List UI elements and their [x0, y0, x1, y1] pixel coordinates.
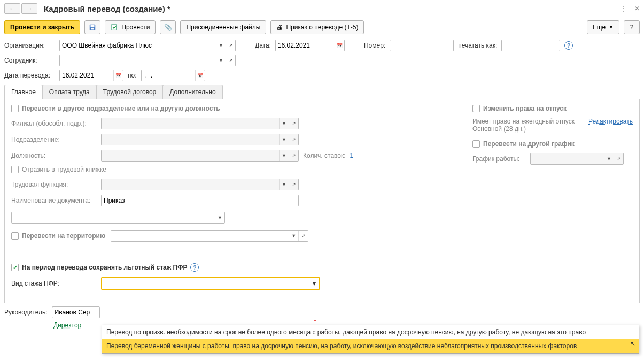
attach-button[interactable]: 📎 — [160, 20, 176, 34]
save-icon — [89, 24, 96, 31]
position-label: Должность: — [11, 152, 97, 159]
dropdown-icon: ▼ — [604, 153, 614, 164]
ellipsis-icon[interactable]: … — [289, 195, 298, 206]
checkbox-workbook[interactable] — [11, 166, 19, 173]
open-icon: ↗ — [289, 179, 298, 190]
manager-input[interactable] — [52, 307, 99, 318]
number-label: Номер: — [364, 42, 385, 49]
organization-label: Организация: — [4, 42, 55, 49]
checkbox-workbook-label: Отразить в трудовой книжке — [22, 166, 106, 173]
post-and-close-button[interactable]: Провести и закрыть — [4, 20, 80, 34]
stazh-dropdown[interactable]: Перевод по произв. необходимости на срок… — [102, 325, 639, 354]
svg-rect-2 — [91, 28, 94, 30]
attached-files-button[interactable]: Присоединенные файлы — [180, 20, 266, 34]
employee-input[interactable] — [60, 55, 216, 66]
svg-rect-3 — [112, 25, 117, 30]
help-icon[interactable]: ? — [190, 263, 199, 272]
extra-input[interactable] — [12, 212, 215, 223]
dropdown-icon: ▼ — [279, 134, 289, 145]
chevron-down-icon: ▼ — [609, 25, 614, 30]
calendar-icon[interactable]: 📅 — [113, 70, 123, 81]
organization-input[interactable] — [60, 40, 216, 51]
workfunc-label: Трудовая функция: — [11, 181, 97, 188]
stazh-label: Вид стажа ПФР: — [11, 280, 97, 287]
dropdown-icon: ▼ — [279, 118, 289, 129]
tab-additional[interactable]: Дополнительно — [162, 85, 222, 99]
schedule-label: График работы: — [472, 155, 526, 163]
help-button[interactable]: ? — [624, 20, 640, 34]
open-icon: ↗ — [289, 118, 298, 129]
nav-back-button[interactable]: ← — [4, 3, 20, 14]
dropdown-icon: ▼ — [289, 231, 298, 241]
print-as-label: печатать как: — [458, 42, 497, 49]
checkbox-schedule[interactable] — [472, 140, 480, 148]
docname-input[interactable] — [102, 195, 289, 206]
post-button[interactable]: Провести — [105, 20, 156, 34]
branch-label: Филиал (обособл. подр.): — [11, 120, 97, 127]
open-icon: ↗ — [614, 153, 623, 164]
help-icon[interactable]: ? — [564, 41, 573, 50]
checkbox-schedule-label: Перевести на другой график — [483, 140, 575, 148]
dropdown-icon[interactable]: ▾ — [309, 280, 319, 287]
manager-label: Руководитель: — [4, 309, 48, 316]
director-link[interactable]: Директор — [53, 321, 81, 329]
window-title: Кадровый перевод (создание) * — [44, 4, 620, 13]
dropdown-icon[interactable]: ▼ — [216, 40, 226, 51]
workfunc-input — [102, 179, 279, 190]
vacation-text: Имеет право на ежегодный отпуск Основной… — [472, 118, 583, 133]
tab-contract[interactable]: Трудовой договор — [96, 85, 163, 99]
checkbox-transfer-dept-label: Перевести в другое подразделение или на … — [22, 105, 220, 112]
paperclip-icon: 📎 — [164, 24, 172, 31]
checkbox-transfer-dept[interactable] — [11, 105, 19, 112]
print-as-input[interactable] — [502, 40, 560, 51]
stazh-input[interactable] — [102, 280, 309, 287]
kebab-icon[interactable]: ⋮ — [620, 5, 627, 12]
checkbox-pfr-label: На период перевода сохранять льготный ст… — [22, 264, 187, 271]
checkbox-vacation-label: Изменить права на отпуск — [483, 105, 567, 112]
dropdown-icon: ▼ — [279, 179, 289, 190]
printer-icon: 🖨 — [276, 24, 283, 31]
checkbox-territory[interactable] — [11, 232, 19, 240]
open-icon[interactable]: ↗ — [226, 40, 235, 51]
rates-link[interactable]: 1 — [350, 152, 354, 159]
to-date-input[interactable] — [142, 70, 195, 81]
department-label: Подразделение: — [11, 136, 97, 143]
tab-payment[interactable]: Оплата труда — [42, 85, 97, 99]
branch-input — [102, 118, 279, 129]
checkbox-pfr[interactable] — [11, 264, 19, 271]
post-icon — [111, 24, 118, 31]
checkbox-territory-label: Перевести на территорию — [22, 232, 105, 240]
calendar-icon[interactable]: 📅 — [195, 70, 205, 81]
close-icon[interactable]: ✕ — [634, 5, 640, 12]
dropdown-item-1[interactable]: Перевод по произв. необходимости на срок… — [102, 325, 639, 339]
transfer-date-label: Дата перевода: — [4, 72, 55, 79]
employee-label: Сотрудник: — [4, 57, 55, 64]
nav-forward-button[interactable]: → — [21, 3, 37, 14]
date-label: Дата: — [255, 42, 271, 49]
open-icon: ↗ — [289, 134, 298, 145]
number-input[interactable] — [390, 40, 453, 51]
calendar-icon[interactable]: 📅 — [335, 40, 344, 51]
date-input[interactable] — [276, 40, 335, 51]
dropdown-icon[interactable]: ▼ — [215, 212, 224, 223]
save-button[interactable] — [84, 20, 100, 34]
schedule-input — [531, 153, 604, 164]
dropdown-icon[interactable]: ▼ — [216, 55, 226, 66]
more-button[interactable]: Еще ▼ — [587, 20, 619, 34]
tab-main[interactable]: Главное — [4, 85, 43, 99]
edit-vacation-link[interactable]: Редактировать — [588, 118, 633, 133]
dropdown-item-2[interactable]: Перевод беременной женщины с работы, пра… — [102, 339, 639, 353]
dropdown-icon: ▼ — [279, 150, 289, 161]
position-input — [102, 150, 279, 161]
to-label: по: — [128, 72, 137, 79]
checkbox-vacation[interactable] — [472, 105, 480, 112]
territory-input — [111, 231, 289, 241]
open-icon: ↗ — [289, 150, 298, 161]
svg-rect-1 — [91, 25, 95, 27]
print-order-button[interactable]: 🖨 Приказ о переводе (Т-5) — [270, 20, 364, 34]
transfer-date-input[interactable] — [60, 70, 113, 81]
open-icon[interactable]: ↗ — [226, 55, 235, 66]
open-icon: ↗ — [298, 231, 308, 241]
rates-label: Колич. ставок: — [303, 152, 346, 159]
docname-label: Наименование документа: — [11, 197, 97, 204]
